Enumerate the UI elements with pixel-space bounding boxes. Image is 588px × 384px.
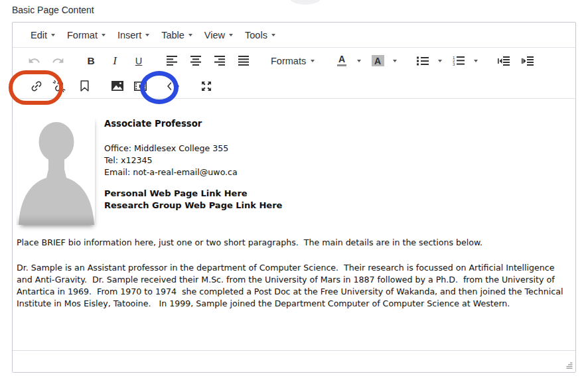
formats-label: Formats	[271, 56, 306, 66]
insert-link-button[interactable]	[26, 76, 47, 96]
formats-group: Formats	[265, 51, 321, 71]
profile-block: Associate Professor Office: Middlesex Co…	[17, 115, 575, 225]
toolbar-row-1: B I U	[13, 48, 575, 74]
anchor-group	[73, 76, 96, 96]
resize-handle-icon	[564, 361, 573, 370]
text-color-button[interactable]: A	[331, 51, 352, 71]
menu-insert[interactable]: Insert	[111, 23, 155, 47]
numbered-list-dropdown[interactable]	[471, 51, 481, 71]
page-title: Basic Page Content	[12, 5, 94, 15]
anchor-button[interactable]	[74, 76, 95, 96]
align-justify-button[interactable]	[233, 51, 254, 71]
research-group-web-page-link: Research Group Web Page Link Here	[104, 200, 282, 212]
align-right-icon	[214, 56, 226, 66]
undo-icon	[28, 54, 40, 67]
menu-view[interactable]: View	[198, 23, 239, 47]
menubar: Edit Format Insert Table View Tools	[13, 23, 575, 48]
menu-tools[interactable]: Tools	[239, 23, 281, 47]
text-color-icon: A	[337, 55, 346, 66]
redo-button[interactable]	[47, 51, 68, 71]
link-group	[25, 76, 70, 96]
avatar	[17, 115, 95, 225]
rich-text-editor: Edit Format Insert Table View Tools	[12, 22, 576, 373]
italic-button[interactable]: I	[104, 51, 125, 71]
insert-link-icon	[30, 80, 43, 93]
bio-intro-paragraph: Place BRIEF bio information here, just o…	[17, 237, 573, 249]
align-justify-icon	[238, 56, 250, 66]
chevron-down-icon	[474, 60, 478, 62]
resize-handle[interactable]	[564, 361, 573, 369]
chevron-down-icon	[51, 34, 55, 36]
contact-info: Office: Middlesex College 355 Tel: x1234…	[104, 143, 282, 178]
align-right-button[interactable]	[209, 51, 230, 71]
numbered-list-button[interactable]: 123	[448, 51, 469, 71]
chevron-down-icon	[311, 60, 315, 62]
insert-media-icon	[134, 82, 147, 91]
svg-text:3: 3	[453, 62, 455, 66]
web-links: Personal Web Page Link Here Research Gro…	[104, 188, 282, 212]
source-code-button[interactable]	[163, 76, 184, 96]
indent-icon	[522, 56, 534, 66]
chevron-down-icon	[229, 34, 233, 36]
statusbar	[13, 350, 575, 372]
menu-format[interactable]: Format	[61, 23, 111, 47]
source-code-icon	[167, 82, 179, 90]
background-color-button[interactable]: A	[367, 51, 388, 71]
office-line: Office: Middlesex College 355	[104, 143, 282, 155]
align-center-icon	[190, 56, 202, 66]
text-style-group: B I U	[79, 51, 151, 71]
profile-text: Associate Professor Office: Middlesex Co…	[104, 115, 282, 225]
insert-media-button[interactable]	[129, 76, 151, 96]
formats-dropdown[interactable]: Formats	[265, 51, 321, 71]
person-silhouette-icon	[17, 115, 95, 225]
page: Basic Page Content Edit Format Insert Ta…	[0, 0, 588, 384]
align-center-button[interactable]	[185, 51, 206, 71]
chevron-down-icon	[393, 60, 397, 62]
insert-image-icon	[111, 81, 123, 91]
bold-button[interactable]: B	[80, 51, 102, 71]
code-group	[162, 76, 184, 96]
alignment-group	[160, 51, 256, 71]
bullet-list-icon	[417, 56, 429, 66]
fullscreen-icon	[201, 81, 212, 92]
personal-web-page-link: Personal Web Page Link Here	[104, 188, 282, 200]
fullscreen-button[interactable]	[196, 76, 217, 96]
chevron-down-icon	[102, 34, 106, 36]
bio-body-paragraph: Dr. Sample is an Assistant professor in …	[17, 262, 573, 310]
indent-button[interactable]	[517, 51, 538, 71]
color-group: A A	[330, 51, 402, 71]
chevron-down-icon	[438, 60, 442, 62]
chevron-down-icon	[357, 60, 361, 62]
outdent-icon	[498, 56, 510, 66]
fullscreen-group	[195, 76, 218, 96]
redo-icon	[52, 54, 64, 67]
underline-icon: U	[135, 56, 142, 66]
bold-icon: B	[87, 55, 94, 67]
bullet-list-button[interactable]	[412, 51, 433, 71]
bullet-list-dropdown[interactable]	[435, 51, 445, 71]
remove-link-button[interactable]	[48, 76, 70, 96]
menu-table[interactable]: Table	[155, 23, 198, 47]
chevron-down-icon	[145, 34, 149, 36]
align-left-button[interactable]	[161, 51, 183, 71]
list-group: 123	[411, 51, 482, 71]
remove-link-icon	[52, 80, 66, 93]
text-color-dropdown[interactable]	[354, 51, 364, 71]
align-left-icon	[167, 56, 178, 66]
underline-button[interactable]: U	[128, 51, 149, 71]
insert-image-button[interactable]	[107, 76, 128, 96]
toolbar-row-2	[13, 74, 575, 99]
position-title: Associate Professor	[104, 119, 282, 129]
email-line: Email: not-a-real-email@uwo.ca	[104, 166, 282, 178]
menu-edit[interactable]: Edit	[25, 23, 61, 47]
top-cutoff-circle	[290, 0, 321, 5]
tel-line: Tel: x12345	[104, 155, 282, 166]
chevron-down-icon	[271, 34, 275, 36]
outdent-button[interactable]	[493, 51, 514, 71]
history-group	[22, 51, 70, 71]
background-color-icon: A	[372, 55, 384, 66]
anchor-icon	[80, 80, 89, 92]
background-color-dropdown[interactable]	[390, 51, 400, 71]
editor-content-area[interactable]: Associate Professor Office: Middlesex Co…	[13, 99, 575, 350]
undo-button[interactable]	[23, 51, 44, 71]
